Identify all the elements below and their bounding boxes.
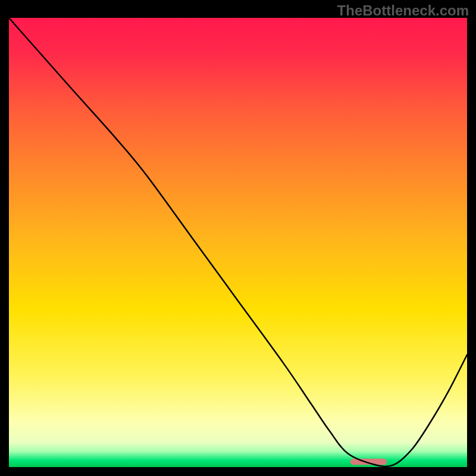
bottleneck-chart: TheBottleneck.com xyxy=(0,0,476,476)
watermark-text: TheBottleneck.com xyxy=(337,2,469,19)
highlight-marker xyxy=(350,459,387,465)
gradient-background xyxy=(9,18,467,467)
plot-svg xyxy=(0,0,476,476)
